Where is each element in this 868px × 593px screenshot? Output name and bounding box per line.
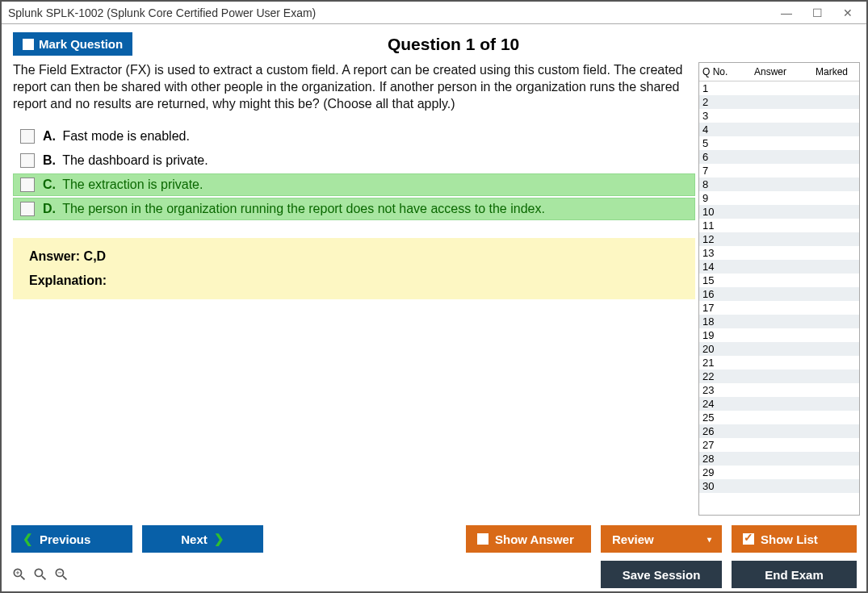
list-row[interactable]: 2 bbox=[699, 95, 859, 109]
list-row-qno: 1 bbox=[702, 82, 733, 94]
review-button[interactable]: Review ▾ bbox=[601, 525, 722, 553]
show-list-button[interactable]: Show List bbox=[732, 525, 857, 553]
show-answer-button[interactable]: Show Answer bbox=[466, 525, 591, 553]
list-row[interactable]: 22 bbox=[699, 370, 859, 383]
end-exam-button[interactable]: End Exam bbox=[732, 561, 857, 588]
close-button[interactable]: ✕ bbox=[836, 3, 860, 23]
chevron-left-icon: ❮ bbox=[23, 532, 33, 546]
list-row[interactable]: 25 bbox=[699, 411, 859, 424]
list-row-qno: 8 bbox=[702, 178, 733, 190]
list-row[interactable]: 23 bbox=[699, 383, 859, 397]
titlebar: Splunk SPLK-1002 (Splunk Core Certified … bbox=[2, 2, 866, 24]
end-exam-label: End Exam bbox=[765, 568, 824, 582]
square-icon bbox=[477, 533, 489, 545]
header-qno: Q No. bbox=[702, 66, 733, 77]
list-row-qno: 10 bbox=[702, 206, 733, 218]
option-label: B. The dashboard is private. bbox=[43, 153, 208, 168]
option-c[interactable]: C. The extraction is private. bbox=[13, 173, 695, 196]
list-row-qno: 20 bbox=[702, 343, 733, 355]
list-row[interactable]: 12 bbox=[699, 232, 859, 246]
list-row-qno: 30 bbox=[702, 480, 733, 492]
list-row[interactable]: 17 bbox=[699, 301, 859, 315]
list-row[interactable]: 6 bbox=[699, 150, 859, 164]
list-row[interactable]: 20 bbox=[699, 342, 859, 356]
next-button[interactable]: Next ❯ bbox=[142, 525, 263, 553]
list-row[interactable]: 10 bbox=[699, 205, 859, 219]
window-controls: — ☐ ✕ bbox=[774, 3, 860, 23]
list-row[interactable]: 30 bbox=[699, 479, 859, 493]
list-row[interactable]: 21 bbox=[699, 356, 859, 370]
list-row[interactable]: 29 bbox=[699, 466, 859, 479]
list-row[interactable]: 27 bbox=[699, 438, 859, 452]
option-checkbox[interactable] bbox=[20, 177, 35, 192]
list-row[interactable]: 3 bbox=[699, 109, 859, 123]
list-row-qno: 21 bbox=[702, 357, 733, 369]
header-answer: Answer bbox=[733, 66, 807, 77]
list-row-qno: 27 bbox=[702, 439, 733, 451]
list-row-qno: 12 bbox=[702, 233, 733, 245]
option-a[interactable]: A. Fast mode is enabled. bbox=[13, 125, 695, 148]
list-row-qno: 2 bbox=[702, 96, 733, 108]
list-row[interactable]: 26 bbox=[699, 424, 859, 438]
option-checkbox[interactable] bbox=[20, 202, 35, 216]
list-row[interactable]: 15 bbox=[699, 274, 859, 287]
save-session-button[interactable]: Save Session bbox=[601, 561, 722, 588]
checked-square-icon bbox=[743, 533, 754, 545]
list-body[interactable]: 1234567891011121314151617181920212223242… bbox=[699, 81, 859, 515]
zoom-out-icon[interactable] bbox=[53, 566, 69, 583]
footer-row-1: ❮ Previous Next ❯ Show Answer Review ▾ S… bbox=[11, 525, 857, 553]
mark-question-label: Mark Question bbox=[39, 37, 123, 51]
explanation-label: Explanation: bbox=[29, 274, 679, 288]
chevron-down-icon: ▾ bbox=[707, 535, 711, 544]
list-row-qno: 23 bbox=[702, 384, 733, 396]
save-session-label: Save Session bbox=[623, 568, 701, 582]
window-title: Splunk SPLK-1002 (Splunk Core Certified … bbox=[8, 6, 316, 19]
list-row[interactable]: 24 bbox=[699, 397, 859, 411]
question-text: The Field Extractor (FX) is used to extr… bbox=[13, 62, 695, 112]
option-d[interactable]: D. The person in the organization runnin… bbox=[13, 198, 695, 220]
list-row[interactable]: 1 bbox=[699, 81, 859, 95]
list-row-qno: 17 bbox=[702, 302, 733, 314]
answer-box: Answer: C,D Explanation: bbox=[13, 238, 695, 299]
minimize-button[interactable]: — bbox=[774, 3, 799, 23]
list-row[interactable]: 7 bbox=[699, 164, 859, 177]
zoom-reset-icon[interactable] bbox=[32, 566, 48, 583]
option-label: D. The person in the organization runnin… bbox=[43, 202, 545, 216]
list-row[interactable]: 9 bbox=[699, 191, 859, 205]
option-checkbox[interactable] bbox=[20, 129, 35, 144]
list-row[interactable]: 19 bbox=[699, 328, 859, 342]
list-row-qno: 11 bbox=[702, 219, 733, 232]
list-row[interactable]: 18 bbox=[699, 315, 859, 328]
next-label: Next bbox=[181, 532, 208, 546]
list-row[interactable]: 8 bbox=[699, 177, 859, 191]
list-row[interactable]: 28 bbox=[699, 452, 859, 466]
review-label: Review bbox=[612, 532, 654, 546]
question-list-panel: Q No. Answer Marked 12345678910111213141… bbox=[698, 62, 860, 516]
question-panel: The Field Extractor (FX) is used to extr… bbox=[13, 62, 695, 519]
list-row-qno: 7 bbox=[702, 165, 733, 177]
list-header: Q No. Answer Marked bbox=[699, 63, 859, 81]
show-list-label: Show List bbox=[761, 532, 818, 546]
list-row[interactable]: 13 bbox=[699, 246, 859, 260]
zoom-controls bbox=[11, 566, 69, 583]
list-row[interactable]: 5 bbox=[699, 136, 859, 150]
list-row-qno: 9 bbox=[702, 192, 733, 204]
list-row[interactable]: 11 bbox=[699, 219, 859, 232]
list-row[interactable]: 14 bbox=[699, 260, 859, 274]
option-b[interactable]: B. The dashboard is private. bbox=[13, 149, 695, 172]
previous-button[interactable]: ❮ Previous bbox=[11, 525, 132, 553]
list-row[interactable]: 4 bbox=[699, 123, 859, 136]
show-answer-label: Show Answer bbox=[495, 532, 574, 546]
zoom-in-icon[interactable] bbox=[11, 566, 27, 583]
checkbox-icon bbox=[23, 39, 34, 50]
list-row-qno: 14 bbox=[702, 261, 733, 273]
question-number-title: Question 1 of 10 bbox=[132, 35, 774, 54]
mark-question-button[interactable]: Mark Question bbox=[13, 32, 132, 56]
list-row-qno: 28 bbox=[702, 453, 733, 465]
app-window: Splunk SPLK-1002 (Splunk Core Certified … bbox=[0, 0, 868, 593]
maximize-button[interactable]: ☐ bbox=[805, 3, 829, 23]
header-row: Mark Question Question 1 of 10 bbox=[2, 24, 866, 62]
list-row[interactable]: 16 bbox=[699, 287, 859, 301]
option-checkbox[interactable] bbox=[20, 153, 35, 168]
chevron-right-icon: ❯ bbox=[214, 532, 224, 546]
